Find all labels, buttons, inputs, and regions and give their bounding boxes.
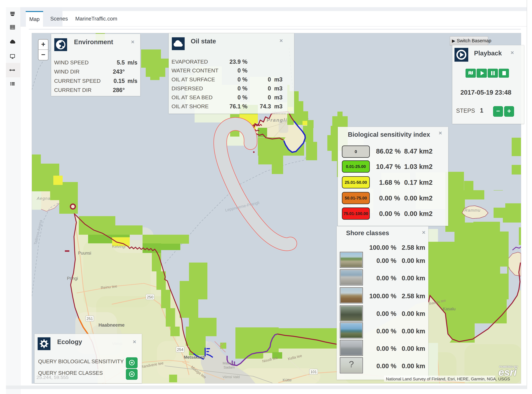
svg-text:Puunsi: Puunsi (78, 251, 91, 255)
svg-text:101: 101 (310, 370, 317, 374)
svg-text:Kasalu: Kasalu (443, 306, 456, 311)
svg-text:251: 251 (86, 316, 93, 321)
svg-text:Sadam: Sadam (224, 365, 235, 369)
svg-text:Haabneeme: Haabneeme (99, 322, 125, 327)
svg-text:Aegna: Aegna (37, 196, 50, 201)
svg-text:250: 250 (147, 295, 153, 299)
svg-text:Metsakasti: Metsakasti (184, 355, 205, 360)
svg-text:Viimsi Vald: Viimsi Vald (223, 375, 240, 379)
svg-text:Kelvingi: Kelvingi (112, 244, 125, 249)
svg-text:Kütte: Kütte (283, 378, 292, 382)
svg-text:Prangli: Prangli (267, 117, 287, 123)
svg-text:Pringi: Pringi (67, 276, 78, 281)
svg-text:Rammu: Rammu (464, 208, 481, 213)
svg-text:254: 254 (177, 347, 183, 352)
svg-text:Maardu: Maardu (223, 361, 235, 365)
